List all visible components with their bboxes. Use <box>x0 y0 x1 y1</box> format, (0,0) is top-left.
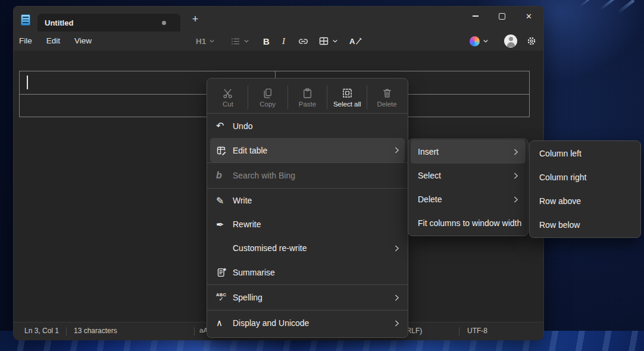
rewrite-icon: ✒ <box>216 219 233 230</box>
copy-icon <box>262 87 273 99</box>
chevron-down-icon <box>243 38 249 44</box>
select-all-button[interactable]: Select all <box>327 82 367 113</box>
paste-button[interactable]: Paste <box>288 82 327 113</box>
submenu-item-row-below[interactable]: Row below <box>532 213 638 237</box>
text-cursor <box>27 76 28 89</box>
chevron-down-icon <box>209 38 215 44</box>
submenu-item-column-left[interactable]: Column left <box>532 142 638 165</box>
edit-table-submenu: Insert Select Delete Fit columns to wind… <box>408 139 529 236</box>
chevron-down-icon <box>332 38 338 44</box>
submenu-item-select[interactable]: Select <box>411 164 526 187</box>
unsaved-indicator <box>162 21 166 25</box>
title-bar: Untitled + ✕ <box>14 7 543 32</box>
cut-button[interactable]: Cut <box>208 82 248 113</box>
menu-view[interactable]: View <box>69 32 97 51</box>
submenu-item-delete[interactable]: Delete <box>411 187 526 211</box>
menu-item-search-with-bing[interactable]: b Search with Bing <box>210 163 405 188</box>
tab-untitled[interactable]: Untitled <box>37 14 180 32</box>
account-button[interactable] <box>504 32 517 51</box>
italic-button[interactable]: I <box>282 32 285 51</box>
menu-item-write[interactable]: ✎ Write <box>210 189 405 212</box>
cut-icon <box>222 87 233 99</box>
chevron-right-icon <box>393 245 401 252</box>
insert-submenu: Column left Column right Row above Row b… <box>529 140 641 238</box>
tab-title: Untitled <box>45 18 73 27</box>
avatar-icon <box>504 35 517 48</box>
spell-check-button[interactable]: A <box>349 32 362 51</box>
chevron-right-icon <box>512 196 520 203</box>
chevron-right-icon <box>393 146 401 154</box>
menu-item-display-and-unicode[interactable]: ∧ Display and Unicode <box>210 311 405 336</box>
chevron-right-icon <box>512 172 520 180</box>
new-tab-button[interactable]: + <box>188 12 202 26</box>
notepad-icon <box>21 14 30 26</box>
menu-item-spelling[interactable]: ABC ✓ Spelling <box>210 285 405 310</box>
chevron-right-icon <box>393 319 401 327</box>
copilot-button[interactable] <box>470 32 489 51</box>
chevron-right-icon <box>393 294 401 302</box>
cursor-position: Ln 3, Col 1 <box>24 327 59 335</box>
write-icon: ✎ <box>216 195 233 206</box>
copy-button[interactable]: Copy <box>248 82 287 113</box>
minimize-button[interactable] <box>462 7 489 26</box>
table-button[interactable] <box>318 32 338 51</box>
menu-item-summarise[interactable]: Summarise <box>210 260 405 284</box>
menu-item-edit-table[interactable]: Edit table <box>210 138 405 162</box>
context-menu: Cut Copy Paste Select a <box>207 78 408 338</box>
bing-icon: b <box>216 170 233 181</box>
menu-item-rewrite[interactable]: ✒ Rewrite <box>210 212 405 236</box>
character-count: 13 characters <box>74 327 117 335</box>
encoding[interactable]: UTF-8 <box>467 327 487 335</box>
delete-icon <box>382 87 393 99</box>
submenu-item-row-above[interactable]: Row above <box>532 189 638 213</box>
summarise-icon <box>216 267 233 278</box>
paste-icon <box>302 87 313 99</box>
menu-item-customised-rewrite[interactable]: Customised re-write <box>210 236 405 260</box>
copilot-icon <box>470 36 480 46</box>
table-icon <box>318 36 329 46</box>
list-icon <box>230 36 240 46</box>
submenu-item-column-right[interactable]: Column right <box>532 165 638 189</box>
spelling-icon: ABC ✓ <box>216 293 226 303</box>
menu-item-undo[interactable]: ↶ Undo <box>210 114 405 138</box>
menu-edit[interactable]: Edit <box>41 32 65 51</box>
heading-style-button[interactable]: H1 <box>196 32 215 51</box>
submenu-item-insert[interactable]: Insert <box>411 140 526 164</box>
maximize-button[interactable] <box>489 7 515 26</box>
submenu-item-fit-columns[interactable]: Fit columns to window width <box>411 211 526 235</box>
undo-icon: ↶ <box>216 120 233 131</box>
edit-table-icon <box>216 145 233 156</box>
display-unicode-icon: ∧ <box>216 318 233 328</box>
gear-icon <box>526 36 537 46</box>
link-icon <box>298 36 309 47</box>
chevron-right-icon <box>512 148 520 156</box>
select-all-icon <box>342 87 353 99</box>
list-style-button[interactable] <box>230 32 249 51</box>
menu-bar: File Edit View H1 B I <box>14 32 543 51</box>
delete-button[interactable]: Delete <box>367 82 407 113</box>
pen-icon <box>355 37 362 45</box>
settings-button[interactable] <box>526 32 537 51</box>
link-button[interactable] <box>298 32 309 51</box>
menu-file[interactable]: File <box>14 32 37 51</box>
close-button[interactable]: ✕ <box>515 7 542 26</box>
chevron-down-icon <box>483 38 489 44</box>
bold-button[interactable]: B <box>263 32 270 51</box>
command-row: Cut Copy Paste Select a <box>207 79 408 113</box>
